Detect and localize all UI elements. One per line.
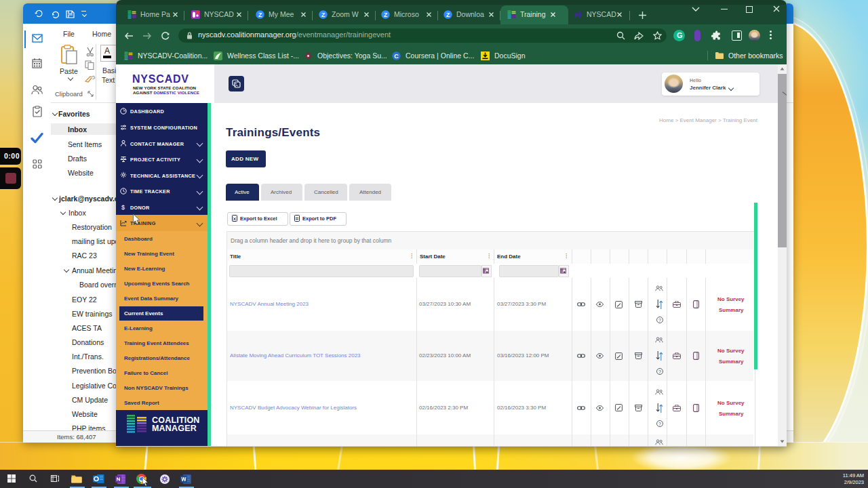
svg-text:Z: Z [258, 12, 262, 18]
svg-text:Z: Z [321, 12, 325, 18]
svg-text:Z: Z [384, 12, 387, 18]
svg-text:?: ? [658, 318, 661, 323]
svg-text:Z: Z [446, 12, 450, 18]
svg-text:C: C [394, 53, 399, 60]
svg-text:$: $ [121, 204, 125, 211]
svg-text:?: ? [658, 369, 661, 374]
svg-text:?: ? [658, 421, 661, 426]
